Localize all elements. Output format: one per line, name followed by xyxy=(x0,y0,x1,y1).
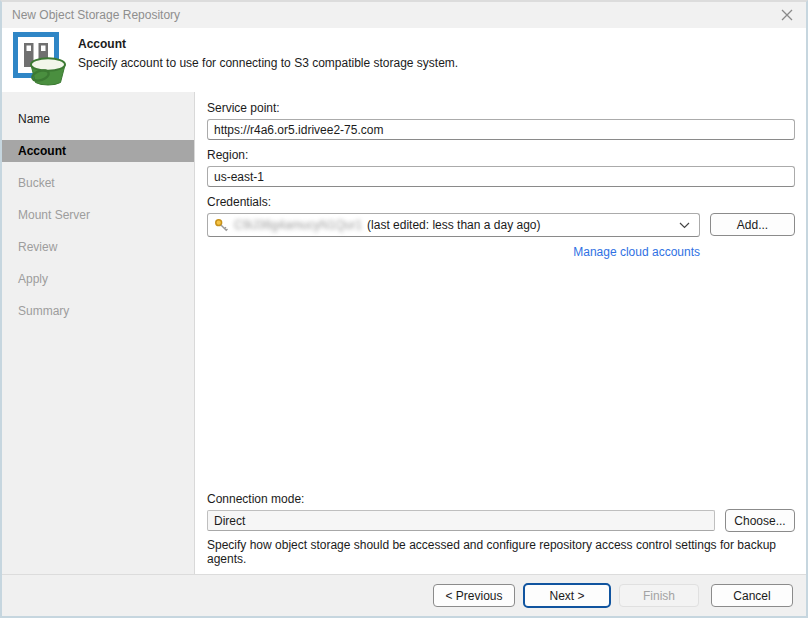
previous-button[interactable]: < Previous xyxy=(433,584,515,607)
cancel-button[interactable]: Cancel xyxy=(711,584,793,607)
object-storage-repository-icon xyxy=(12,32,66,90)
step-item-apply: Apply xyxy=(2,268,194,290)
service-point-label: Service point: xyxy=(207,101,795,115)
next-button[interactable]: Next > xyxy=(523,583,611,608)
finish-button: Finish xyxy=(619,584,699,607)
step-item-account[interactable]: Account xyxy=(2,140,194,162)
connection-mode-note: Specify how object storage should be acc… xyxy=(207,538,795,566)
manage-accounts-row: Manage cloud accounts xyxy=(207,242,795,260)
region-input[interactable] xyxy=(207,166,795,187)
add-credentials-button[interactable]: Add... xyxy=(710,213,795,236)
wizard-body: Name Account Bucket Mount Server Review … xyxy=(2,92,806,574)
step-item-name[interactable]: Name xyxy=(2,108,194,130)
new-object-storage-repository-dialog: New Object Storage Repository Account Sp… xyxy=(0,0,808,618)
key-icon xyxy=(214,218,229,233)
step-subtitle: Specify account to use for connecting to… xyxy=(78,56,458,70)
wizard-header: Account Specify account to use for conne… xyxy=(2,28,806,92)
connection-mode-label: Connection mode: xyxy=(207,492,795,506)
titlebar: New Object Storage Repository xyxy=(2,2,806,28)
choose-connection-mode-button[interactable]: Choose... xyxy=(725,509,795,532)
step-item-mount-server: Mount Server xyxy=(2,204,194,226)
wizard-footer: < Previous Next > Finish Cancel xyxy=(2,574,806,616)
step-item-bucket: Bucket xyxy=(2,172,194,194)
credentials-dropdown[interactable]: C9iJ36g4amucyN1Qur1 (last edited: less t… xyxy=(207,213,700,237)
account-step-form: Service point: Region: Credentials: C9iJ… xyxy=(195,92,806,574)
connection-mode-value xyxy=(207,510,715,531)
region-label: Region: xyxy=(207,148,795,162)
wizard-steps-sidebar: Name Account Bucket Mount Server Review … xyxy=(2,92,195,574)
step-item-review: Review xyxy=(2,236,194,258)
window-title: New Object Storage Repository xyxy=(12,8,180,22)
step-title: Account xyxy=(78,37,126,51)
service-point-input[interactable] xyxy=(207,119,795,140)
close-icon[interactable] xyxy=(774,4,800,25)
manage-cloud-accounts-link[interactable]: Manage cloud accounts xyxy=(573,245,700,259)
credential-name-redacted: C9iJ36g4amucyN1Qur1 xyxy=(234,218,362,232)
credential-last-edited: (last edited: less than a day ago) xyxy=(367,218,540,232)
credentials-label: Credentials: xyxy=(207,195,795,209)
chevron-down-icon[interactable] xyxy=(679,222,690,229)
step-item-summary: Summary xyxy=(2,300,194,322)
